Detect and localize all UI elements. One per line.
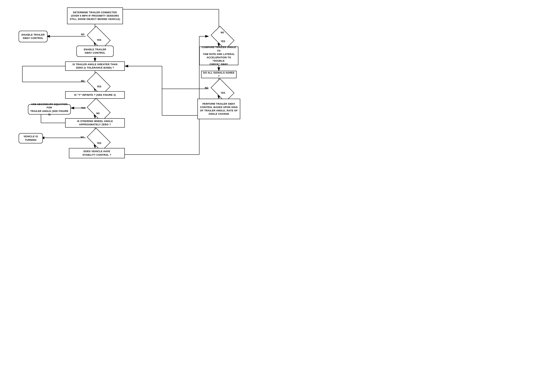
enable-trailer-box: ENABLE TRAILERSWAY CONTROL (76, 46, 114, 57)
is-y-infinite-box: IS "Y" INFINITE ? (SEE FIGURE 3) (65, 91, 125, 99)
diamond2-no-label: NO (81, 80, 84, 82)
diamond4-yes-label: YES (97, 142, 101, 145)
diamond1-yes-label: YES (97, 39, 101, 41)
diamond6-yes-label: YES (221, 92, 225, 94)
flowchart-diagram: DETERMINE TRAILER CONNECTED(OVER 5 MPH I… (4, 4, 238, 166)
compare-trailer-box: COMPARE TRAILER ANGLE TOYAW RATE AND LAT… (199, 47, 238, 65)
do-all-signals-box: DO ALL SIGNALS AGREE ? (201, 71, 236, 78)
diamond3-yes-label: YES (81, 107, 86, 109)
diamond6-no-label: NO (205, 87, 208, 89)
diamond2-yes-label: YES (97, 85, 101, 88)
diamond5-no-label: NO (221, 31, 224, 34)
perform-trailer-box: PERFORM TRAILER SWAYCONTROL BASED UPON S… (197, 99, 240, 119)
vehicle-turning-box: VEHICLE ISTURNING (19, 133, 43, 143)
diamond1-no-label: NO (81, 33, 84, 36)
diamond5-yes-label: YES (221, 40, 225, 43)
disable-trailer-box: DISABLE TRAILERSWAY CONTROL (19, 31, 47, 42)
does-vehicle-box: DOES VEHICLE HAVESTABILITY CONTROL ? (69, 148, 125, 158)
diamond3-no-label: NO (96, 112, 100, 115)
diamond4-no-label: NO (81, 136, 84, 138)
use-secondary-box: USE SECONDARY EQUATION FORTRAILER ANGLE … (28, 104, 71, 115)
is-trailer-angle-box: IS TRAILER ANGLE GREATER THANZERO (± TOL… (65, 61, 125, 71)
is-steering-box: IS STEERING WHEEL ANGLEAPPROXIMATELY ZER… (65, 118, 125, 128)
determine-trailer-box: DETERMINE TRAILER CONNECTED(OVER 5 MPH I… (67, 7, 123, 24)
